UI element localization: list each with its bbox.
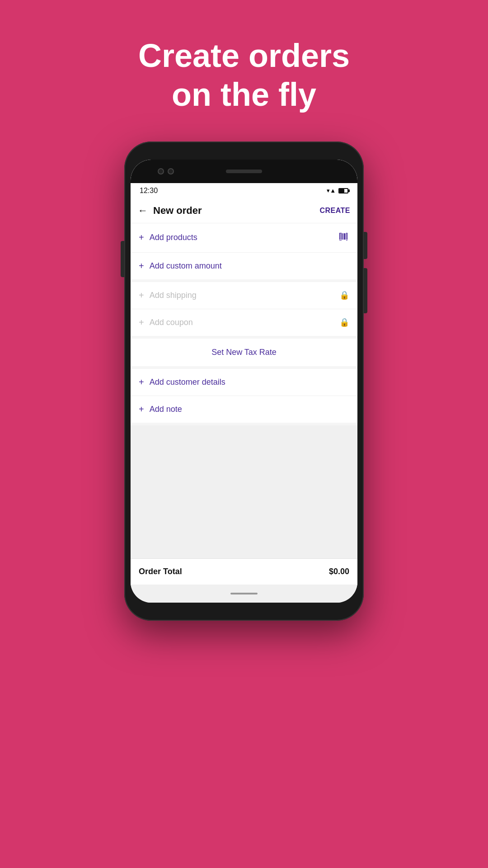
add-customer-item[interactable]: + Add customer details [131,369,357,396]
page-title: Create orders on the fly [111,36,377,114]
order-total-bar: Order Total $0.00 [131,558,357,585]
power-button [364,232,367,259]
plus-icon-customer: + [139,377,144,387]
svg-rect-3 [343,233,343,240]
add-products-item[interactable]: + Add products [131,223,357,253]
volume-button [121,241,124,277]
plus-icon-coupon: + [139,317,144,328]
add-products-label: Add products [150,233,338,242]
add-custom-amount-item[interactable]: + Add custom amount [131,253,357,279]
nav-indicator [230,593,258,594]
svg-rect-0 [339,233,340,240]
camera-right [168,168,174,175]
add-coupon-item[interactable]: + Add coupon 🔒 [131,309,357,336]
lock-icon-shipping: 🔒 [339,290,349,300]
barcode-icon [338,231,349,244]
back-button[interactable]: ← [138,205,148,217]
status-bar: 12:30 ▾▲ [131,183,357,198]
phone-top-bar [131,160,357,183]
shipping-coupon-section: + Add shipping 🔒 + Add coupon 🔒 [131,282,357,336]
empty-space [131,425,357,558]
products-section: + Add products [131,223,357,279]
plus-icon-products: + [139,232,144,243]
tax-rate-section[interactable]: Set New Tax Rate [131,339,357,366]
phone-speaker [226,170,262,173]
plus-icon-note: + [139,404,144,415]
create-button[interactable]: CREATE [319,207,350,215]
svg-rect-6 [347,233,347,240]
add-note-item[interactable]: + Add note [131,396,357,423]
lock-icon-coupon: 🔒 [339,317,349,327]
screen-content: + Add products [131,223,357,603]
nav-bar [131,585,357,603]
wifi-icon: ▾▲ [327,187,336,194]
order-total-label: Order Total [139,567,182,576]
phone-mockup: 12:30 ▾▲ ← New order CREATE + Add produc… [124,142,364,621]
battery-icon [338,188,348,193]
phone-screen: 12:30 ▾▲ ← New order CREATE + Add produc… [131,160,357,603]
svg-rect-4 [344,233,345,240]
add-coupon-label: Add coupon [150,318,339,327]
plus-icon-shipping: + [139,290,144,301]
add-note-label: Add note [150,405,349,414]
customer-section: + Add customer details + Add note [131,369,357,423]
svg-rect-5 [346,233,346,240]
svg-rect-10 [346,233,347,233]
app-header: ← New order CREATE [131,198,357,223]
svg-rect-8 [346,240,347,241]
add-shipping-label: Add shipping [150,291,339,300]
add-custom-amount-label: Add custom amount [150,261,349,271]
camera-button [364,268,367,313]
camera-left [158,168,164,175]
add-customer-label: Add customer details [150,377,349,387]
plus-icon-custom: + [139,261,144,271]
svg-rect-1 [341,233,341,240]
screen-title: New order [153,205,319,217]
tax-rate-label: Set New Tax Rate [211,348,277,357]
add-shipping-item[interactable]: + Add shipping 🔒 [131,282,357,309]
status-icons: ▾▲ [327,187,348,194]
svg-rect-9 [339,233,342,233]
svg-rect-2 [342,233,343,240]
svg-rect-7 [339,240,342,241]
order-total-value: $0.00 [329,567,349,576]
status-time: 12:30 [140,187,158,195]
